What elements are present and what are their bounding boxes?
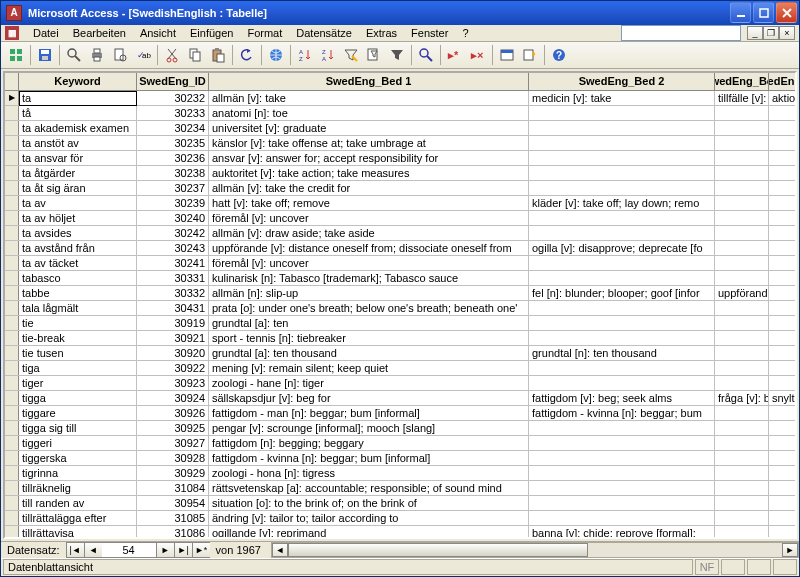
row-selector[interactable]	[5, 466, 19, 480]
cell-bed3[interactable]: uppförande [n]:	[715, 286, 769, 300]
cell-bed3[interactable]	[715, 106, 769, 120]
menu-help[interactable]: ?	[456, 26, 474, 40]
row-selector[interactable]	[5, 406, 19, 420]
cell-bed3[interactable]	[715, 136, 769, 150]
cell-bed2[interactable]	[529, 271, 715, 285]
spelling-button[interactable]: ✓ab	[132, 44, 154, 66]
row-selector[interactable]	[5, 106, 19, 120]
undo-button[interactable]	[236, 44, 258, 66]
row-selector[interactable]	[5, 421, 19, 435]
print-button[interactable]	[86, 44, 108, 66]
hscroll-thumb[interactable]	[288, 543, 588, 557]
cell-bed2[interactable]	[529, 256, 715, 270]
cell-bed4[interactable]	[769, 196, 795, 210]
cell-bed1[interactable]: anatomi [n]: toe	[209, 106, 529, 120]
row-selector[interactable]	[5, 91, 19, 105]
table-row[interactable]: tigga30924sällskapsdjur [v]: beg forfatt…	[5, 391, 795, 406]
cell-bed2[interactable]	[529, 301, 715, 315]
cell-id[interactable]: 31085	[137, 511, 209, 525]
row-selector[interactable]	[5, 316, 19, 330]
menu-ansicht[interactable]: Ansicht	[134, 26, 182, 40]
cell-bed2[interactable]	[529, 181, 715, 195]
cell-bed1[interactable]: auktoritet [v]: take action; take measur…	[209, 166, 529, 180]
nav-record-input[interactable]	[102, 542, 156, 558]
mdi-restore-button[interactable]: ❐	[763, 26, 779, 40]
cell-bed1[interactable]: zoologi - hona [n]: tigress	[209, 466, 529, 480]
row-selector[interactable]	[5, 481, 19, 495]
cell-id[interactable]: 30922	[137, 361, 209, 375]
mdi-doc-icon[interactable]: ▦	[5, 26, 19, 40]
filter-form-button[interactable]	[363, 44, 385, 66]
row-selector[interactable]	[5, 526, 19, 537]
nav-first-button[interactable]: |◄	[66, 542, 84, 558]
cell-bed1[interactable]: grundtal [a]: ten thousand	[209, 346, 529, 360]
cell-bed4[interactable]	[769, 436, 795, 450]
row-selector[interactable]	[5, 301, 19, 315]
cell-id[interactable]: 30926	[137, 406, 209, 420]
cell-keyword[interactable]: ta ansvar för	[19, 151, 137, 165]
close-button[interactable]	[776, 2, 797, 23]
table-row[interactable]: ta åt sig äran30237allmän [v]: take the …	[5, 181, 795, 196]
cell-bed1[interactable]: föremål [v]: uncover	[209, 256, 529, 270]
cell-keyword[interactable]: tå	[19, 106, 137, 120]
row-selector[interactable]	[5, 391, 19, 405]
cell-keyword[interactable]: tiggerska	[19, 451, 137, 465]
cell-keyword[interactable]: ta åt sig äran	[19, 181, 137, 195]
cell-bed3[interactable]	[715, 121, 769, 135]
cell-bed4[interactable]	[769, 106, 795, 120]
cell-bed1[interactable]: allmän [n]: slip-up	[209, 286, 529, 300]
cell-bed3[interactable]	[715, 331, 769, 345]
table-row[interactable]: tiggare30926fattigdom - man [n]: beggar;…	[5, 406, 795, 421]
cell-bed3[interactable]	[715, 361, 769, 375]
cell-bed2[interactable]	[529, 481, 715, 495]
cell-keyword[interactable]: tabbe	[19, 286, 137, 300]
cell-keyword[interactable]: ta akademisk examen	[19, 121, 137, 135]
col-header-swedeng-bed2[interactable]: SwedEng_Bed 2	[529, 73, 715, 90]
cell-bed1[interactable]: universitet [v]: graduate	[209, 121, 529, 135]
cell-keyword[interactable]: ta avsides	[19, 226, 137, 240]
cell-id[interactable]: 30234	[137, 121, 209, 135]
copy-button[interactable]	[184, 44, 206, 66]
cell-id[interactable]: 30954	[137, 496, 209, 510]
new-object-button[interactable]	[519, 44, 541, 66]
row-selector[interactable]	[5, 331, 19, 345]
cell-bed1[interactable]: fattigdom - kvinna [n]: beggar; bum [inf…	[209, 451, 529, 465]
table-row[interactable]: tå30233anatomi [n]: toe	[5, 106, 795, 121]
menu-datensaetze[interactable]: Datensätze	[290, 26, 358, 40]
cell-bed2[interactable]: medicin [v]: take	[529, 91, 715, 105]
cell-keyword[interactable]: till randen av	[19, 496, 137, 510]
table-row[interactable]: tie30919grundtal [a]: ten	[5, 316, 795, 331]
cell-id[interactable]: 30238	[137, 166, 209, 180]
cell-bed2[interactable]	[529, 496, 715, 510]
cell-bed3[interactable]	[715, 406, 769, 420]
table-row[interactable]: tillrättavisa31086ogillande [v]: reprima…	[5, 526, 795, 537]
row-selector-header[interactable]	[5, 73, 19, 90]
cell-keyword[interactable]: tillrättalägga efter	[19, 511, 137, 525]
table-row[interactable]: tie-break30921sport - tennis [n]: tiebre…	[5, 331, 795, 346]
table-row[interactable]: ta ansvar för30236ansvar [v]: answer for…	[5, 151, 795, 166]
row-selector[interactable]	[5, 211, 19, 225]
cell-bed1[interactable]: ansvar [v]: answer for; accept responsib…	[209, 151, 529, 165]
cell-bed1[interactable]: föremål [v]: uncover	[209, 211, 529, 225]
cut-button[interactable]	[161, 44, 183, 66]
cell-bed4[interactable]	[769, 151, 795, 165]
table-row[interactable]: tiggerska30928fattigdom - kvinna [n]: be…	[5, 451, 795, 466]
hscroll-left-button[interactable]: ◄	[272, 543, 288, 557]
menu-extras[interactable]: Extras	[360, 26, 403, 40]
cell-bed3[interactable]: fråga [v]: beg; im	[715, 391, 769, 405]
cell-bed4[interactable]	[769, 451, 795, 465]
cell-id[interactable]: 30925	[137, 421, 209, 435]
cell-bed1[interactable]: mening [v]: remain silent; keep quiet	[209, 361, 529, 375]
cell-keyword[interactable]: tie tusen	[19, 346, 137, 360]
cell-keyword[interactable]: tabasco	[19, 271, 137, 285]
mdi-close-button[interactable]: ×	[779, 26, 795, 40]
cell-keyword[interactable]: ta åtgärder	[19, 166, 137, 180]
cell-keyword[interactable]: tie-break	[19, 331, 137, 345]
cell-id[interactable]: 30235	[137, 136, 209, 150]
cell-bed4[interactable]	[769, 181, 795, 195]
cell-bed3[interactable]	[715, 421, 769, 435]
cell-bed1[interactable]: situation [o]: to the brink of; on the b…	[209, 496, 529, 510]
new-record-button[interactable]: ▸*	[444, 44, 466, 66]
table-row[interactable]: ta avsides30242allmän [v]: draw aside; t…	[5, 226, 795, 241]
filter-selection-button[interactable]	[340, 44, 362, 66]
